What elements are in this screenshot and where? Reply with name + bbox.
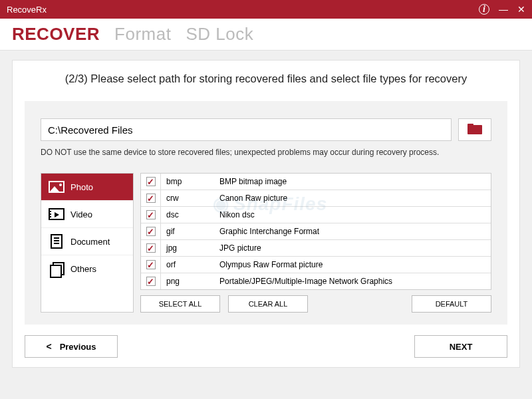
chevron-left-icon: < [46, 341, 51, 352]
filetype-checkbox[interactable] [146, 194, 156, 203]
category-label: Photo [70, 182, 93, 192]
filetype-checkbox[interactable] [146, 177, 156, 186]
filetype-desc: Olympus Raw Format picture [214, 260, 491, 269]
filetype-row: gifGraphic Interchange Format [141, 223, 491, 240]
folder-icon [467, 124, 482, 136]
filetype-row: bmpBMP bitmap image [141, 174, 491, 190]
previous-button[interactable]: < Previous [25, 335, 118, 358]
filetype-row: crwCanon Raw picture [141, 190, 491, 207]
category-label: Others [70, 264, 96, 274]
filetypes-wrap: bmpBMP bitmap imagecrwCanon Raw pictured… [140, 173, 491, 313]
filetype-list[interactable]: bmpBMP bitmap imagecrwCanon Raw pictured… [140, 173, 491, 290]
footer-nav: < Previous NEXT [13, 325, 519, 358]
doc-icon [48, 235, 65, 248]
filetype-desc: BMP bitmap image [214, 177, 491, 186]
filetype-checkbox[interactable] [146, 210, 156, 219]
recovery-path-input[interactable] [41, 118, 452, 141]
filetype-row: dscNikon dsc [141, 207, 491, 223]
type-selector: PhotoVideoDocumentOthers bmpBMP bitmap i… [41, 173, 491, 313]
filetype-row: orfOlympus Raw Format picture [141, 257, 491, 273]
next-button[interactable]: NEXT [414, 335, 507, 358]
category-label: Document [70, 237, 110, 247]
content: (2/3) Please select path for storing rec… [0, 51, 532, 377]
filetype-row: pngPortable/JPEG/Multiple-Image Network … [141, 273, 491, 290]
main-panel: (2/3) Please select path for storing rec… [12, 60, 520, 368]
filetype-desc: Graphic Interchange Format [214, 227, 491, 236]
others-icon [48, 262, 65, 275]
select-all-button[interactable]: SELECT ALL [140, 295, 220, 313]
warning-text: DO NOT use the same device to store reco… [41, 148, 491, 157]
tabs-bar: RECOVER Format SD Lock [0, 19, 532, 51]
video-icon [48, 207, 65, 221]
filetype-checkbox[interactable] [146, 260, 156, 269]
photo-icon [48, 180, 65, 194]
category-item-others[interactable]: Others [41, 255, 133, 282]
filetype-ext: bmp [161, 177, 214, 186]
window-controls: i — ✕ [479, 4, 525, 15]
titlebar: RecoveRx i — ✕ [0, 0, 532, 19]
inner-panel: DO NOT use the same device to store reco… [25, 101, 507, 325]
category-label: Video [70, 209, 92, 219]
filetype-desc: Nikon dsc [214, 210, 491, 219]
filetype-desc: Canon Raw picture [214, 194, 491, 203]
next-label: NEXT [450, 342, 473, 352]
filetype-ext: gif [161, 227, 214, 236]
step-instruction: (2/3) Please select path for storing rec… [13, 72, 519, 85]
filetype-checkbox[interactable] [146, 227, 156, 236]
tab-recover[interactable]: RECOVER [12, 24, 100, 45]
category-item-document[interactable]: Document [41, 228, 133, 255]
filetype-desc: JPG picture [214, 243, 491, 253]
clear-all-button[interactable]: CLEAR ALL [228, 295, 308, 313]
category-item-photo[interactable]: Photo [41, 174, 133, 201]
tab-sdlock[interactable]: SD Lock [186, 24, 253, 45]
filetype-ext: png [161, 277, 214, 286]
category-list: PhotoVideoDocumentOthers [41, 173, 134, 313]
filetype-checkbox[interactable] [146, 243, 156, 253]
filetype-ext: orf [161, 260, 214, 269]
filetype-ext: jpg [161, 243, 214, 253]
close-icon[interactable]: ✕ [517, 4, 525, 15]
category-item-video[interactable]: Video [41, 201, 133, 228]
tab-format[interactable]: Format [114, 24, 171, 45]
filetype-checkbox[interactable] [146, 277, 156, 286]
path-row [41, 118, 491, 141]
minimize-icon[interactable]: — [499, 4, 508, 15]
filetype-ext: dsc [161, 210, 214, 219]
previous-label: Previous [60, 342, 96, 352]
app-title: RecoveRx [7, 5, 479, 15]
filetype-row: jpgJPG picture [141, 240, 491, 257]
default-button[interactable]: DEFAULT [412, 295, 491, 313]
filetype-ext: crw [161, 194, 214, 203]
action-row: SELECT ALL CLEAR ALL DEFAULT [140, 295, 491, 313]
filetype-desc: Portable/JPEG/Multiple-Image Network Gra… [214, 277, 491, 286]
info-icon[interactable]: i [479, 4, 489, 15]
browse-button[interactable] [458, 118, 491, 141]
